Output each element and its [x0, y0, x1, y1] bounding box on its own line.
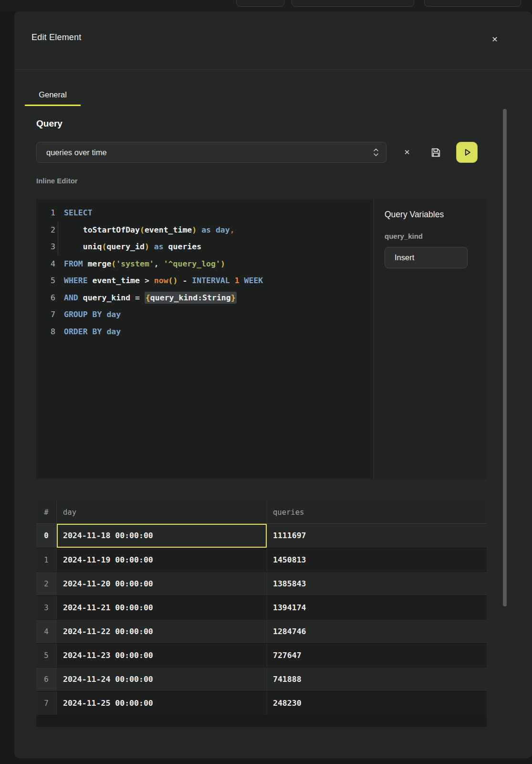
code-line-content: uniq(query_id) as queries — [55, 238, 373, 255]
code-token — [211, 225, 216, 234]
code-token — [187, 276, 192, 285]
table-row: 22024-11-20 00:00:001385843 — [36, 572, 487, 595]
code-token: GROUP BY day — [64, 310, 121, 319]
queries-cell[interactable]: 1385843 — [267, 572, 487, 595]
clear-query-icon[interactable]: ✕ — [398, 144, 416, 161]
table-row: 42024-11-22 00:00:001284746 — [36, 619, 487, 643]
sql-editor: 1SELECT2 toStartOfDay(event_time) as day… — [36, 199, 487, 479]
day-cell[interactable]: 2024-11-25 00:00:00 — [57, 691, 267, 715]
day-cell[interactable]: 2024-11-23 00:00:00 — [57, 644, 267, 667]
code-token — [230, 276, 235, 285]
day-cell[interactable]: 2024-11-21 00:00:00 — [57, 596, 267, 619]
code-token — [83, 259, 88, 268]
table-row: 12024-11-19 00:00:001450813 — [36, 548, 487, 572]
queries-cell[interactable]: 727647 — [267, 644, 487, 667]
code-line-1: 1SELECT — [36, 204, 373, 222]
day-cell[interactable]: 2024-11-19 00:00:00 — [57, 548, 267, 572]
background-toolbar-button[interactable] — [236, 0, 284, 7]
row-index-cell[interactable]: 5 — [36, 644, 57, 667]
row-index-cell[interactable]: 3 — [36, 596, 57, 619]
code-token — [140, 293, 145, 302]
code-token — [130, 293, 135, 302]
inline-editor-label: Inline Editor — [36, 177, 78, 185]
code-token: merge — [88, 259, 112, 268]
row-index-cell[interactable]: 0 — [36, 524, 57, 548]
code-token — [240, 276, 244, 285]
line-number: 3 — [36, 238, 55, 255]
code-token: query_kind — [83, 293, 130, 302]
code-token: 1 — [235, 276, 240, 285]
code-line-content: WHERE event_time > now() - INTERVAL 1 WE… — [55, 272, 373, 289]
queries-cell[interactable]: 1111697 — [267, 524, 487, 548]
run-query-button[interactable] — [456, 142, 478, 163]
results-table-footer — [36, 715, 487, 727]
queries-cell[interactable]: 741888 — [267, 668, 487, 691]
code-token: event_time — [145, 225, 192, 234]
queries-cell[interactable]: 248230 — [267, 691, 487, 715]
chevron-up-down-icon — [373, 147, 379, 158]
code-token: > — [145, 276, 149, 285]
code-token: ( — [140, 225, 145, 234]
code-token — [149, 276, 154, 285]
tab-general[interactable]: General — [25, 84, 81, 106]
code-token: ( — [111, 259, 116, 268]
code-token — [177, 276, 182, 285]
code-token — [64, 225, 83, 234]
code-token — [88, 276, 93, 285]
code-token: AND — [64, 293, 78, 302]
code-token — [164, 242, 168, 251]
code-token: , — [230, 225, 235, 234]
column-header-queries: queries — [267, 501, 487, 523]
queries-cell[interactable]: 1394174 — [267, 596, 487, 619]
modal-scrollbar[interactable] — [503, 109, 507, 606]
row-index-cell[interactable]: 7 — [36, 691, 57, 715]
background-toolbar — [0, 0, 532, 11]
insert-variable-button[interactable]: Insert — [385, 247, 468, 268]
query-select[interactable]: queries over time — [36, 142, 386, 163]
code-line-6: 6AND query_kind = {query_kind:String} — [36, 289, 373, 307]
query-section-heading: Query — [36, 118, 63, 129]
row-index-cell[interactable]: 1 — [36, 548, 57, 572]
code-token: - — [182, 276, 187, 285]
code-line-content: ORDER BY day — [55, 323, 373, 340]
day-cell[interactable]: 2024-11-24 00:00:00 — [57, 668, 267, 691]
code-token: ( — [102, 242, 107, 251]
background-toolbar-button[interactable] — [424, 0, 521, 7]
code-token — [149, 242, 154, 251]
code-line-8: 8ORDER BY day — [36, 323, 373, 340]
code-token: as — [154, 242, 164, 251]
code-line-3: 3 uniq(query_id) as queries — [36, 238, 373, 255]
code-line-5: 5WHERE event_time > now() - INTERVAL 1 W… — [36, 272, 373, 289]
queries-cell[interactable]: 1450813 — [267, 548, 487, 572]
code-token: query_id — [106, 242, 144, 251]
day-cell[interactable]: 2024-11-22 00:00:00 — [57, 620, 267, 643]
code-line-content: toStartOfDay(event_time) as day, — [55, 222, 373, 239]
code-token: as — [201, 225, 211, 234]
code-line-2: 2 toStartOfDay(event_time) as day, — [36, 222, 373, 239]
save-icon[interactable] — [427, 144, 444, 161]
code-token: ) — [145, 242, 149, 251]
queries-cell[interactable]: 1284746 — [267, 620, 487, 643]
header-divider — [14, 69, 532, 70]
selected-cell[interactable]: 2024-11-18 00:00:00 — [57, 524, 267, 548]
code-token — [197, 225, 201, 234]
sql-code-area[interactable]: 1SELECT2 toStartOfDay(event_time) as day… — [36, 199, 373, 479]
code-token: day — [216, 225, 230, 234]
code-token: ORDER BY day — [64, 327, 121, 336]
row-index-cell[interactable]: 6 — [36, 668, 57, 691]
line-number: 1 — [36, 204, 55, 222]
results-table-body: 02024-11-18 00:00:00111169712024-11-19 0… — [36, 524, 487, 715]
results-table: # day queries 02024-11-18 00:00:00111169… — [36, 501, 487, 727]
table-row: 62024-11-24 00:00:00741888 — [36, 667, 487, 691]
line-number: 2 — [36, 222, 55, 239]
close-icon[interactable]: ✕ — [487, 32, 502, 47]
day-cell[interactable]: 2024-11-20 00:00:00 — [57, 572, 267, 595]
row-index-cell[interactable]: 2 — [36, 572, 57, 595]
row-index-cell[interactable]: 4 — [36, 620, 57, 643]
background-toolbar-button[interactable] — [292, 0, 414, 7]
code-token: () — [168, 276, 178, 285]
line-number: 8 — [36, 323, 55, 340]
table-row: 72024-11-25 00:00:00248230 — [36, 691, 487, 715]
code-token: WHERE — [64, 276, 88, 285]
query-variable-token: query_kind:String — [150, 292, 231, 304]
